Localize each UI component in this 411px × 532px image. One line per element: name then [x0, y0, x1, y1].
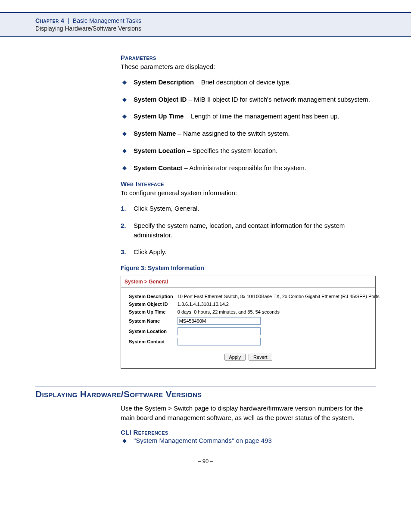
list-item: System Object ID – MIB II object ID for …: [121, 95, 376, 104]
row-label: System Object ID: [129, 300, 177, 308]
list-item: System Description – Brief description o…: [121, 78, 376, 87]
figure-caption: Figure 3: System Information: [121, 264, 376, 271]
param-term: System Contact: [134, 164, 182, 171]
separator: |: [66, 17, 71, 24]
param-term: System Object ID: [134, 96, 187, 103]
chapter-subtitle: Displaying Hardware/Software Versions: [35, 25, 411, 32]
list-item: System Contact – Administrator responsib…: [121, 163, 376, 173]
page-header: Chapter 4 | Basic Management Tasks Displ…: [0, 12, 411, 37]
section-heading: Displaying Hardware/Software Versions: [35, 389, 376, 399]
step-item: Click Apply.: [121, 247, 376, 257]
cli-heading: CLI References: [121, 429, 376, 436]
table-row: System Contact: [129, 336, 384, 347]
list-item: System Name – Name assigned to the switc…: [121, 129, 376, 138]
chapter-label: Chapter 4: [35, 17, 64, 24]
system-info-table: System Description 10 Port Fast Ethernet…: [129, 292, 384, 347]
param-desc: – Specifies the system location.: [185, 147, 277, 154]
webinterface-heading: Web Interface: [121, 180, 376, 187]
system-contact-input[interactable]: [177, 338, 261, 345]
param-term: System Up Time: [134, 112, 184, 120]
divider: [121, 287, 375, 288]
row-label: System Description: [129, 292, 177, 300]
param-desc: – Length of time the management agent ha…: [184, 112, 339, 120]
param-desc: – MIB II object ID for switch's network …: [187, 96, 370, 103]
cli-link[interactable]: "System Management Commands" on page 493: [134, 437, 272, 444]
chapter-title: Basic Management Tasks: [73, 17, 141, 24]
system-location-input[interactable]: [177, 327, 261, 335]
revert-button[interactable]: Revert: [249, 354, 272, 361]
parameters-list: System Description – Brief description o…: [121, 78, 376, 173]
versions-intro: Use the System > Switch page to display …: [121, 404, 376, 423]
row-label: System Location: [129, 326, 177, 336]
apply-button[interactable]: Apply: [224, 354, 246, 361]
breadcrumb: System > General: [121, 276, 375, 287]
table-row: System Object ID 1.3.6.1.4.1.3181.10.14.…: [129, 300, 384, 308]
list-item: "System Management Commands" on page 493: [121, 436, 376, 445]
section-rule: [35, 386, 376, 386]
row-value: 10 Port Fast Ethernet Switch, 8x 10/100B…: [177, 292, 384, 300]
page-number: – 90 –: [35, 458, 376, 464]
table-row: System Description 10 Port Fast Ethernet…: [129, 292, 384, 300]
figure-screenshot: System > General System Description 10 P…: [121, 276, 376, 369]
table-row: System Up Time 0 days, 0 hours, 22 minut…: [129, 308, 384, 316]
param-term: System Name: [134, 130, 176, 137]
param-desc: – Name assigned to the switch system.: [176, 130, 290, 137]
row-label: System Up Time: [129, 308, 177, 316]
param-term: System Location: [134, 147, 185, 154]
parameters-intro: These parameters are displayed:: [121, 62, 376, 72]
param-desc: – Administrator responsible for the syst…: [182, 164, 306, 171]
parameters-heading: Parameters: [121, 54, 376, 61]
row-value: 1.3.6.1.4.1.3181.10.14.2: [177, 300, 384, 308]
row-label: System Name: [129, 316, 177, 326]
table-row: System Location: [129, 326, 384, 336]
list-item: System Location – Specifies the system l…: [121, 146, 376, 156]
param-desc: – Brief description of device type.: [194, 78, 291, 86]
step-item: Click System, General.: [121, 204, 376, 213]
cli-list: "System Management Commands" on page 493: [121, 436, 376, 445]
steps-list: Click System, General. Specify the syste…: [121, 204, 376, 257]
param-term: System Description: [134, 78, 194, 86]
row-value: 0 days, 0 hours, 22 minutes, and 35. 54 …: [177, 308, 384, 316]
row-label: System Contact: [129, 336, 177, 347]
step-item: Specify the system name, location, and c…: [121, 221, 376, 240]
table-row: System Name: [129, 316, 384, 326]
webinterface-intro: To configure general system information:: [121, 188, 376, 198]
system-name-input[interactable]: [177, 317, 261, 325]
list-item: System Up Time – Length of time the mana…: [121, 112, 376, 121]
